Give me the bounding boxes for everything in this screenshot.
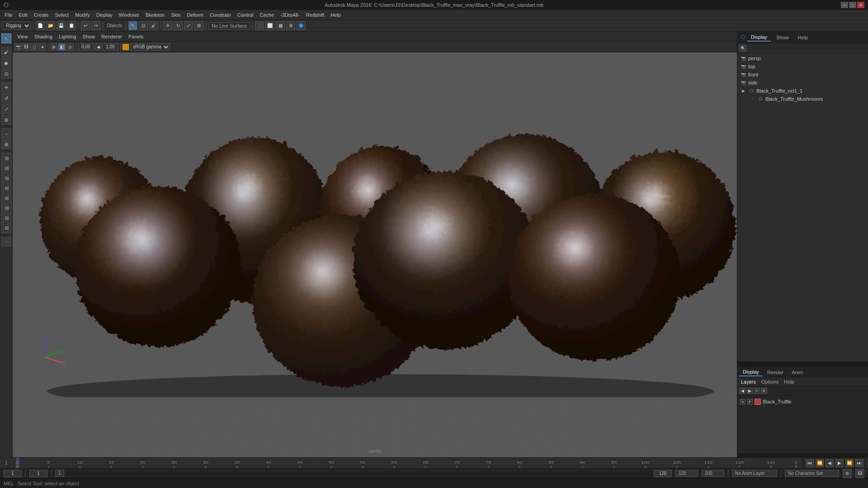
- menu-redshift[interactable]: Redshift: [303, 11, 327, 19]
- layer-btn3[interactable]: ⊟: [2, 173, 12, 183]
- sub-tab-layers[interactable]: Layers: [739, 379, 758, 385]
- play-btn[interactable]: ▶: [835, 459, 844, 467]
- bottom-tab-render[interactable]: Render: [764, 369, 787, 376]
- minimize-button[interactable]: ─: [841, 2, 848, 8]
- paint-select-btn[interactable]: 🖌: [1, 47, 11, 57]
- layer-add-btn[interactable]: +: [754, 388, 760, 394]
- vp-smooth-btn[interactable]: ●: [39, 43, 46, 51]
- snap-grid-btn[interactable]: ⊞: [1, 139, 11, 149]
- render-btn2[interactable]: ⬜: [265, 21, 274, 30]
- layer-btn4[interactable]: ⊟: [2, 183, 12, 193]
- num-input-2[interactable]: 1.00: [102, 43, 118, 51]
- snap-point-btn[interactable]: ⬦: [1, 128, 11, 138]
- menu-cache[interactable]: Cache: [257, 11, 277, 19]
- menu-deform[interactable]: Deform: [184, 11, 206, 19]
- hypershade[interactable]: 🔷: [297, 21, 306, 30]
- select-tool[interactable]: ↖: [128, 21, 137, 30]
- frame-end-input[interactable]: [654, 470, 672, 477]
- vp-cam-btn[interactable]: 📷: [14, 43, 22, 51]
- lasso-tool[interactable]: ⊡: [139, 21, 148, 30]
- menu-select[interactable]: Select: [52, 11, 72, 19]
- step-back-btn[interactable]: ⏪: [816, 459, 824, 467]
- layer-p-check[interactable]: P: [747, 399, 753, 404]
- open-button[interactable]: 📂: [46, 21, 55, 30]
- outliner-item-mesh[interactable]: └ ⬡ Black_Truffle_Mushrooms: [738, 95, 867, 103]
- menu-display[interactable]: Display: [94, 11, 115, 19]
- undo-button[interactable]: ↩: [81, 21, 90, 30]
- move-btn[interactable]: ✛: [1, 82, 11, 92]
- outliner-tab-display[interactable]: Display: [747, 33, 771, 42]
- rotate-tool[interactable]: ↻: [174, 21, 183, 30]
- menu-modify[interactable]: Modify: [72, 11, 92, 19]
- anim-set-btn[interactable]: 🎞: [855, 469, 864, 478]
- redo-button[interactable]: ↪: [91, 21, 100, 30]
- menu-control[interactable]: Control: [235, 11, 256, 19]
- render-settings[interactable]: ⚙: [286, 21, 295, 30]
- layer-btn7[interactable]: ⊟: [2, 213, 12, 223]
- play-back-btn[interactable]: ◀: [826, 459, 834, 467]
- outliner-item-persp[interactable]: 📷 persp: [738, 54, 867, 62]
- menu-skin[interactable]: Skin: [168, 11, 183, 19]
- save-button[interactable]: 💾: [57, 21, 66, 30]
- vp-grid-btn[interactable]: ⊞: [50, 43, 57, 51]
- universal-btn[interactable]: ⊞: [1, 115, 11, 125]
- frame-box[interactable]: 1: [55, 470, 64, 477]
- vp-num-btn[interactable]: ◀: [95, 43, 101, 51]
- outliner-item-front[interactable]: 📷 front: [738, 70, 867, 79]
- step-fwd-btn[interactable]: ⏩: [845, 459, 854, 467]
- layer-prev-btn[interactable]: ◀: [739, 388, 745, 394]
- anim-layer-box[interactable]: No Anim Layer: [732, 470, 777, 477]
- outliner-search-btn[interactable]: 🔍: [739, 45, 746, 52]
- layer-v-check[interactable]: V: [740, 399, 745, 404]
- save-as-button[interactable]: 📋: [67, 21, 76, 30]
- right-scrollbar[interactable]: [737, 361, 868, 365]
- move-tool[interactable]: ✛: [163, 21, 172, 30]
- outliner-tab-help[interactable]: Help: [794, 34, 812, 41]
- menu-help[interactable]: Help: [328, 11, 344, 19]
- layer-btn6[interactable]: ⊟: [2, 203, 12, 213]
- layer-btn2[interactable]: ⊟: [2, 163, 12, 173]
- soft-select-btn[interactable]: ◉: [1, 58, 11, 68]
- char-set-btn[interactable]: ⚙: [843, 469, 852, 478]
- layer-btn8[interactable]: ⊟: [2, 223, 12, 233]
- current-frame[interactable]: [29, 470, 47, 477]
- menu-skeleton[interactable]: Skeleton: [142, 11, 167, 19]
- viewport-shading[interactable]: Shading: [32, 33, 55, 40]
- frame-end2-box[interactable]: 200: [702, 470, 724, 477]
- menu-constrain[interactable]: Constrain: [207, 11, 234, 19]
- viewport-view[interactable]: View: [14, 33, 31, 40]
- sub-tab-help[interactable]: Help: [782, 379, 796, 385]
- viewport-3d[interactable]: y x z persp: [13, 52, 737, 457]
- menu-edit[interactable]: Edit: [16, 11, 30, 19]
- outliner-item-top[interactable]: 📷 top: [738, 62, 867, 70]
- lasso-btn[interactable]: ⊡: [1, 69, 11, 79]
- layer-color-swatch[interactable]: [755, 399, 761, 405]
- outliner-content[interactable]: 📷 persp 📷 top 📷 front 📷 side ▶ ⬡: [737, 53, 868, 361]
- menu-create[interactable]: Create: [31, 11, 52, 19]
- rotate-btn[interactable]: ↺: [1, 93, 11, 103]
- frame-end-box[interactable]: 120: [675, 470, 698, 477]
- go-end-btn[interactable]: ⏭: [855, 459, 863, 467]
- restore-button[interactable]: □: [849, 2, 856, 8]
- paint-tool[interactable]: 🖌: [149, 21, 158, 30]
- layer-next-btn[interactable]: ▶: [746, 388, 753, 394]
- render-btn1[interactable]: ⬛: [255, 21, 264, 30]
- layers-scrollbar[interactable]: [737, 454, 868, 457]
- vp-film-btn[interactable]: 🎞: [23, 43, 30, 51]
- viewport-show[interactable]: Show: [80, 33, 98, 40]
- layer-btn1[interactable]: ⊟: [2, 153, 12, 163]
- outliner-item-group[interactable]: ▶ ⬡ Black_Truffle_ncl1_1: [738, 87, 867, 95]
- character-set-box[interactable]: No Character Set: [785, 470, 839, 477]
- timeline-ruler[interactable]: 1 5 10 15 20 25 30 35 40 45 50: [11, 458, 802, 468]
- outliner-tab-show[interactable]: Show: [773, 34, 793, 41]
- manip-tool[interactable]: ⊞: [194, 21, 203, 30]
- outliner-item-side[interactable]: 📷 side: [738, 79, 867, 87]
- vp-color-btn[interactable]: [123, 44, 129, 50]
- go-start-btn[interactable]: ⏮: [806, 459, 814, 467]
- extra-btn[interactable]: ⋯: [1, 237, 11, 247]
- viewport-renderer[interactable]: Renderer: [99, 33, 125, 40]
- viewport-lighting[interactable]: Lighting: [56, 33, 79, 40]
- scale-tool[interactable]: ⤢: [184, 21, 193, 30]
- viewport-panels[interactable]: Panels: [126, 33, 146, 40]
- menu-file[interactable]: File: [2, 11, 15, 19]
